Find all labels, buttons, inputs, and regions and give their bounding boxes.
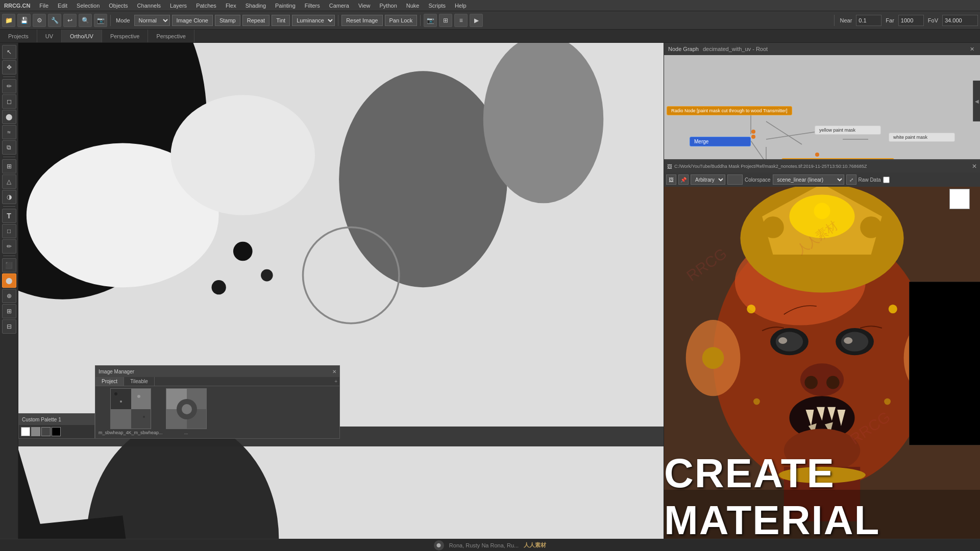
sidebar-btn-transform[interactable]: ✥ [2, 60, 16, 74]
menu-bar: RRCG.CN File Edit Selection Objects Chan… [0, 0, 980, 11]
tab-perspective-2[interactable]: Perspective [148, 30, 194, 42]
iv-colorspace-select[interactable]: scene_linear (linear) [773, 174, 844, 185]
menu-python[interactable]: Python [378, 3, 399, 9]
sidebar-btn-mask[interactable]: ◑ [2, 190, 16, 204]
sidebar-btn-smear[interactable]: ≈ [2, 125, 16, 139]
toolbar-btn-5[interactable]: ↩ [63, 14, 77, 27]
svg-point-71 [889, 305, 897, 313]
right-panel: Node Graph decimated_with_uv - Root ✕ [664, 43, 980, 551]
menu-channels[interactable]: Channels [135, 3, 163, 9]
sidebar-btn-tool3[interactable]: ⊟ [2, 319, 16, 334]
menu-nuke[interactable]: Nuke [404, 3, 422, 9]
menu-shading[interactable]: Shading [243, 3, 268, 9]
iv-btn-2[interactable]: 📌 [678, 174, 689, 185]
iv-arbitrary-select[interactable]: Arbitrary [691, 174, 725, 185]
toolbar-icon-cam[interactable]: 📷 [424, 14, 437, 27]
menu-file[interactable]: File [37, 3, 51, 9]
sidebar-btn-color[interactable]: ⬛ [2, 258, 16, 272]
palette-darkgray[interactable] [41, 427, 51, 436]
svg-point-49 [778, 337, 787, 344]
im-tab-project[interactable]: Project [95, 377, 124, 386]
white-mask-node[interactable]: white paint mask [889, 133, 955, 142]
toolbar-btn-4[interactable]: 🔧 [48, 14, 61, 27]
toolbar-icon-grid[interactable]: ⊞ [439, 14, 452, 27]
near-input[interactable] [856, 15, 881, 26]
menu-flex[interactable]: Flex [224, 3, 238, 9]
stamp-btn[interactable]: Stamp [215, 15, 240, 26]
toolbar-btn-1[interactable]: 📁 [2, 14, 15, 27]
svg-point-50 [844, 337, 852, 344]
node-graph-close[interactable]: ✕ [968, 45, 976, 53]
toolbar-icon-layers[interactable]: ≡ [454, 14, 468, 27]
sidebar-btn-brush[interactable]: ✏ [2, 79, 16, 93]
tab-projects[interactable]: Projects [0, 30, 37, 42]
far-input[interactable] [898, 15, 924, 26]
image-clone-btn[interactable]: Image Clone [172, 15, 213, 26]
mode-label: Mode [114, 17, 132, 23]
sidebar-btn-text[interactable]: T [2, 209, 16, 223]
tab-perspective-1[interactable]: Perspective [102, 30, 148, 42]
radio-node-1[interactable]: Radio Node [paint mask cut through to wo… [667, 106, 792, 115]
tab-uv[interactable]: UV [37, 30, 62, 42]
image-manager-close[interactable]: ✕ [332, 369, 336, 374]
iv-raw-data-checkbox[interactable] [883, 177, 890, 183]
sidebar-btn-path[interactable]: ✏ [2, 239, 16, 254]
iv-value-input[interactable] [727, 174, 743, 185]
node-graph-expand[interactable]: ◀ [973, 81, 980, 121]
sidebar-btn-select[interactable]: ↖ [2, 45, 16, 59]
canvas-area[interactable]: RRCG 人人素材 RRCG 人人素材 RRCG 人人素材 RRCG Cu...… [0, 43, 664, 551]
image-viewer-close[interactable]: ✕ [972, 163, 977, 170]
fov-input[interactable] [942, 15, 978, 26]
menu-view[interactable]: View [356, 3, 373, 9]
image-thumb-2[interactable]: ... [166, 388, 207, 436]
menu-filters[interactable]: Filters [303, 3, 322, 9]
radio-node-2[interactable]: Radio Node [cut through all color paint … [781, 158, 894, 159]
image-viewer-icon: 🖼 [667, 164, 672, 169]
iv-btn-1[interactable]: 🖼 [666, 174, 676, 185]
menu-selection[interactable]: Selection [75, 3, 102, 9]
image-viewer-content[interactable]: RRCG 人人素材 RRCG Create Material Masks + − [664, 187, 980, 551]
iv-expand-btn[interactable]: ⤢ [846, 174, 856, 185]
tab-ortho-uv[interactable]: Ortho/UV [62, 30, 102, 42]
menu-painting[interactable]: Painting [273, 3, 298, 9]
palette-white[interactable] [21, 427, 30, 436]
sidebar-btn-fill[interactable]: ⬤ [2, 110, 16, 124]
sidebar-btn-clone[interactable]: ⧉ [2, 140, 16, 155]
color-swatch[interactable] [949, 189, 970, 209]
sidebar-btn-grid[interactable]: ⊞ [2, 159, 16, 173]
sidebar-btn-active[interactable]: ⬤ [2, 273, 16, 288]
tint-btn[interactable]: Tint [272, 15, 290, 26]
sidebar-btn-wireframe[interactable]: △ [2, 174, 16, 189]
palette-gray[interactable] [31, 427, 40, 436]
sidebar-btn-tool2[interactable]: ⊞ [2, 304, 16, 318]
menu-edit[interactable]: Edit [56, 3, 69, 9]
luminance-select[interactable]: Luminance [292, 15, 335, 26]
palette-black[interactable] [52, 427, 61, 436]
toolbar-btn-6[interactable]: 🔍 [79, 14, 92, 27]
im-tab-tileable[interactable]: Tileable [124, 377, 155, 386]
yellow-mask-node[interactable]: yellow paint mask [815, 126, 881, 135]
canvas-svg [0, 43, 664, 551]
toolbar-btn-3[interactable]: ⚙ [33, 14, 46, 27]
menu-objects[interactable]: Objects [107, 3, 130, 9]
svg-point-16 [261, 269, 273, 282]
reset-image-btn[interactable]: Reset Image [341, 15, 382, 26]
image-thumb-1[interactable]: m_sbwheap_4K_m_sbwheap... [97, 388, 164, 436]
menu-help[interactable]: Help [453, 3, 469, 9]
pan-lock-btn[interactable]: Pan Lock [385, 15, 418, 26]
menu-patches[interactable]: Patches [194, 3, 218, 9]
toolbar-icon-play[interactable]: ▶ [470, 14, 483, 27]
menu-layers[interactable]: Layers [168, 3, 189, 9]
sidebar-btn-tool1[interactable]: ⊕ [2, 289, 16, 303]
repeat-btn[interactable]: Repeat [242, 15, 270, 26]
merge-node-1[interactable]: Merge [690, 137, 751, 146]
menu-scripts[interactable]: Scripts [426, 3, 448, 9]
menu-camera[interactable]: Camera [327, 3, 351, 9]
im-add-btn[interactable]: + [332, 377, 339, 386]
mode-select[interactable]: Normal Tangent Object [134, 15, 170, 26]
toolbar-btn-7[interactable]: 📷 [94, 14, 107, 27]
node-graph-content[interactable]: Radio Node [paint mask cut through to wo… [664, 55, 980, 159]
toolbar-btn-2[interactable]: 💾 [17, 14, 31, 27]
sidebar-btn-eraser[interactable]: ◻ [2, 94, 16, 109]
sidebar-btn-shape[interactable]: □ [2, 224, 16, 238]
